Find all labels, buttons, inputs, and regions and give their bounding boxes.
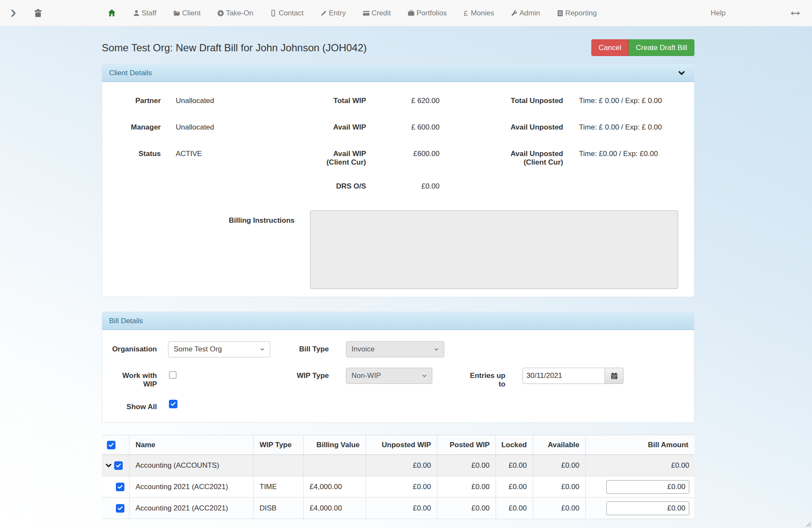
entries-up-to-label: Entries up to: [449, 368, 505, 389]
cell-name: Accounting 2021 (ACC2021): [130, 498, 254, 519]
avail-unposted-value: Time: £ 0.00 / Exp: £ 0.00: [563, 123, 694, 132]
billing-instructions-textarea[interactable]: [310, 210, 678, 289]
wip-type-selected-value: Non-WIP: [351, 372, 381, 380]
wip-type-select[interactable]: Non-WIP: [346, 368, 432, 384]
nav-item-entry[interactable]: Entry: [320, 9, 346, 18]
bill-type-label: Bill Type: [271, 341, 329, 354]
chevron-down-icon: [260, 348, 265, 351]
manager-value: Unallocated: [161, 123, 271, 132]
cell-wip-type: DISB: [254, 498, 304, 519]
client-details-panel: Client Details Partner Unallocated Total…: [102, 64, 694, 297]
nav-item-label: Monies: [471, 9, 494, 18]
folder-icon: [173, 9, 181, 17]
help-link[interactable]: Help: [711, 9, 726, 18]
cell-wip-type: [254, 455, 304, 476]
bill-type-select[interactable]: Invoice: [346, 341, 444, 357]
cell-locked: £0.00: [496, 498, 533, 519]
cell-name: Accounting (ACCOUNTS): [130, 455, 254, 476]
pencil-icon: [320, 9, 328, 17]
col-header-posted-wip: Posted WIP: [437, 435, 496, 454]
trash-icon[interactable]: [33, 8, 43, 18]
client-details-header[interactable]: Client Details: [102, 64, 694, 82]
nav-item-label: Credit: [372, 9, 391, 18]
table-row: Accounting 2021 (ACC2021) DISB £4,000.00…: [102, 498, 694, 519]
nav-item-client[interactable]: Client: [173, 9, 201, 18]
cell-billing-value: [304, 455, 366, 476]
col-header-available: Available: [533, 435, 586, 454]
row-checkbox[interactable]: [114, 461, 123, 470]
nav-item-monies[interactable]: £ Monies: [463, 9, 494, 18]
col-header-bill-amount: Bill Amount: [586, 435, 694, 454]
show-all-checkbox[interactable]: [169, 400, 177, 408]
cancel-button[interactable]: Cancel: [591, 39, 629, 56]
col-header-locked: Locked: [496, 435, 533, 454]
nav-item-label: Contact: [278, 9, 304, 18]
bill-details-title: Bill Details: [109, 317, 143, 325]
select-all-checkbox[interactable]: [107, 441, 115, 449]
nav-item-home[interactable]: [107, 9, 116, 18]
partner-value: Unallocated: [161, 97, 271, 105]
work-with-wip-checkbox[interactable]: [169, 371, 177, 379]
create-draft-bill-button[interactable]: Create Draft Bill: [629, 39, 694, 56]
show-all-label: Show All: [102, 399, 157, 411]
person-icon: [133, 9, 140, 17]
cell-available: £0.00: [533, 476, 586, 497]
nav-item-reporting[interactable]: Reporting: [556, 9, 597, 18]
bill-details-header[interactable]: Bill Details: [102, 312, 694, 330]
col-header-name: Name: [130, 435, 254, 454]
nav-item-label: Staff: [142, 9, 156, 18]
bill-type-selected-value: Invoice: [351, 345, 375, 354]
sidebar-expand-icon[interactable]: [9, 9, 18, 18]
plus-circle-icon: [217, 9, 224, 17]
status-value: ACTIVE: [161, 150, 271, 158]
bill-amount-input[interactable]: [606, 480, 689, 494]
avail-wip-client-cur-label: Avail WIP (Client Cur): [271, 150, 366, 167]
top-navbar: Staff Client Take-On Contact Entry Credi…: [0, 0, 812, 27]
drs-os-label: DRS O/S: [271, 182, 366, 191]
collapse-chevron-icon[interactable]: [678, 69, 685, 77]
cell-posted-wip: £0.00: [437, 498, 496, 519]
entries-up-to-date-input[interactable]: [523, 368, 605, 384]
cell-billing-value: £4,000.00: [304, 476, 366, 497]
avail-unposted-label: Avail Unposted: [443, 123, 563, 132]
table-header-row: Name WIP Type Billing Value Unposted WIP…: [102, 435, 694, 455]
cell-wip-type: TIME: [254, 476, 304, 497]
nav-item-admin[interactable]: Admin: [511, 9, 540, 18]
check-icon: [116, 463, 121, 468]
double-arrow-icon[interactable]: [790, 9, 801, 17]
cell-locked: £0.00: [496, 476, 533, 497]
cell-unposted-wip: £0.00: [366, 476, 437, 497]
mobile-icon: [269, 9, 277, 17]
wip-entries-table: Name WIP Type Billing Value Unposted WIP…: [102, 435, 694, 519]
calendar-button[interactable]: [605, 368, 623, 384]
briefcase-icon: [407, 9, 415, 17]
wip-type-label: WIP Type: [271, 368, 329, 380]
home-icon: [107, 9, 116, 18]
cell-posted-wip: £0.00: [437, 476, 496, 497]
nav-item-staff[interactable]: Staff: [133, 9, 156, 18]
organisation-select[interactable]: Some Test Org: [168, 341, 270, 357]
cell-locked: £0.00: [496, 455, 533, 476]
row-checkbox[interactable]: [116, 483, 124, 491]
organisation-selected-value: Some Test Org: [174, 345, 222, 354]
col-header-wip-type: WIP Type: [254, 435, 304, 454]
nav-item-credit[interactable]: Credit: [362, 9, 391, 18]
cell-available: £0.00: [533, 455, 586, 476]
row-checkbox[interactable]: [116, 504, 124, 513]
expand-chevron-icon[interactable]: [105, 462, 112, 469]
cell-unposted-wip: £0.00: [366, 455, 437, 476]
avail-unposted-client-cur-value: Time: £0.00 / Exp: £0.00: [563, 150, 694, 158]
client-details-title: Client Details: [109, 69, 152, 77]
cell-posted-wip: £0.00: [437, 455, 496, 476]
nav-item-contact[interactable]: Contact: [269, 9, 304, 18]
cell-name: Accounting 2021 (ACC2021): [130, 476, 254, 497]
resize-handle-icon[interactable]: [805, 521, 811, 527]
check-icon: [118, 485, 123, 489]
bill-amount-input[interactable]: [606, 501, 689, 515]
status-label: Status: [102, 150, 161, 158]
nav-item-take-on[interactable]: Take-On: [217, 9, 253, 18]
total-wip-label: Total WIP: [271, 97, 366, 105]
nav-item-portfolios[interactable]: Portfolios: [407, 9, 447, 18]
nav-item-label: Entry: [329, 9, 346, 18]
total-unposted-label: Total Unposted: [443, 97, 563, 105]
